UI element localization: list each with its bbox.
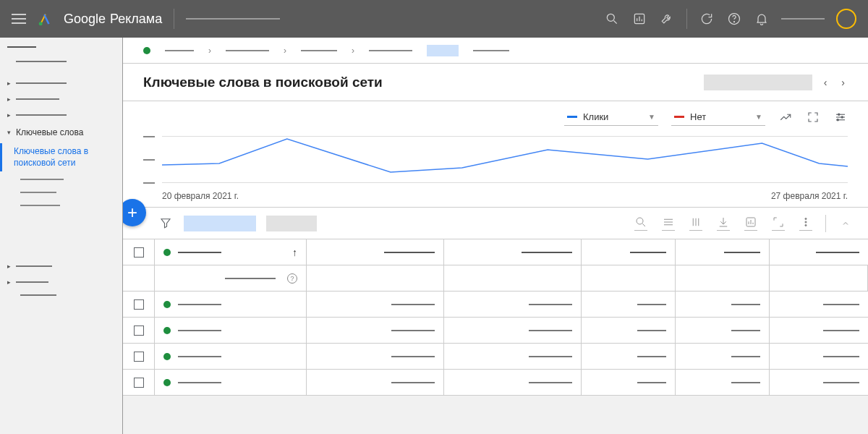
sidebar-item[interactable]: ▸ [0,260,122,273]
report-icon[interactable] [743,216,759,231]
chevron-right-icon: › [352,46,354,56]
help-icon[interactable]: ? [287,273,297,284]
status-dot-icon [163,379,171,386]
columns-icon[interactable] [688,216,704,231]
chevron-down-icon: ▼ [755,113,762,121]
page-header: Ключевые слова в поисковой сети ‹ › [123,64,868,101]
column-header[interactable] [444,239,582,265]
sidebar-item[interactable] [0,292,122,299]
avatar[interactable] [836,9,856,29]
keywords-table: ↑ ? [123,239,868,396]
metric-1-select[interactable]: Клики ▼ [564,109,658,126]
chart-date-end: 27 февраля 2021 г. [771,191,848,201]
column-header[interactable] [770,239,868,265]
chart-type-icon[interactable] [778,110,793,124]
table-row[interactable] [123,344,868,370]
menu-icon[interactable] [12,14,26,24]
filter-chip[interactable] [266,216,317,231]
row-checkbox[interactable] [134,352,144,362]
sidebar-item[interactable]: ▸ [0,276,122,289]
divider [686,9,687,29]
account-selector[interactable] [186,18,280,20]
brand-text: Google Реклама [64,12,162,27]
table-search-icon[interactable] [633,216,649,231]
table-row[interactable] [123,292,868,318]
svg-point-16 [637,218,643,224]
column-header[interactable] [676,239,770,265]
next-period-button[interactable]: › [838,77,848,88]
sidebar-item[interactable]: ▸ [0,93,122,106]
expand-icon[interactable] [806,110,820,124]
reports-icon[interactable] [631,11,647,27]
filter-icon[interactable] [159,216,174,231]
more-icon[interactable] [798,216,814,231]
help-icon[interactable] [726,11,742,27]
notifications-icon[interactable] [754,11,770,27]
svg-point-32 [805,224,807,226]
table-header-row: ↑ [123,239,868,265]
svg-point-30 [805,218,807,219]
divider [825,215,826,232]
breadcrumb-item[interactable] [473,50,509,51]
account-name[interactable] [781,18,825,20]
prev-period-button[interactable]: ‹ [821,77,830,88]
metric-2-select[interactable]: Нет ▼ [671,109,765,126]
select-all-checkbox[interactable] [134,247,144,258]
svg-point-8 [734,22,735,22]
breadcrumb-item[interactable] [226,50,269,51]
sidebar-item[interactable] [0,200,122,210]
app-header: Google Реклама [0,0,868,38]
divider [174,9,174,29]
breadcrumb-badge [427,45,459,56]
row-checkbox[interactable] [134,378,144,388]
status-dot-icon [163,327,171,334]
page-title: Ключевые слова в поисковой сети [143,75,695,90]
filter-chip[interactable] [184,216,256,231]
sidebar-item[interactable]: ▸ [0,77,122,90]
table-row[interactable] [123,370,868,396]
sidebar-item[interactable]: ▸ [0,109,122,122]
chevron-down-icon: ▼ [648,113,655,121]
sidebar-item-keywords[interactable]: ▾Ключевые слова [0,124,122,140]
sidebar-item-search-keywords[interactable]: Ключевые слова в поисковой сети [0,143,122,171]
date-range-picker[interactable] [704,75,812,90]
status-dot-icon [163,301,171,308]
chevron-right-icon: › [208,46,211,56]
tools-icon[interactable] [659,11,675,27]
chart-date-start: 20 февраля 2021 г. [162,191,239,201]
svg-line-17 [642,224,645,226]
svg-point-14 [837,119,838,121]
sidebar-label: Ключевые слова в поисковой сети [14,146,88,168]
download-icon[interactable] [715,216,731,231]
collapse-icon[interactable] [838,217,854,230]
column-header[interactable]: ↑ [155,239,307,265]
adjust-icon[interactable] [833,110,848,124]
sort-asc-icon: ↑ [292,247,297,258]
search-icon[interactable] [604,11,620,27]
brand-google: Google [64,12,106,27]
expand-table-icon[interactable] [770,216,786,231]
table-subheader-row: ? [123,265,868,292]
table-row[interactable] [123,318,868,344]
row-checkbox[interactable] [134,326,144,336]
row-checkbox[interactable] [134,299,144,310]
table-toolbar: + [123,208,868,239]
add-keyword-button[interactable]: + [123,199,146,226]
sidebar-item[interactable] [0,58,122,65]
column-header[interactable] [582,239,676,265]
breadcrumb-item[interactable] [165,50,194,51]
column-header[interactable] [307,239,444,265]
segment-icon[interactable] [660,216,676,231]
sidebar-item[interactable] [0,174,122,184]
svg-point-13 [841,116,843,118]
svg-marker-15 [161,218,170,227]
sidebar: ▸ ▸ ▸ ▾Ключевые слова Ключевые слова в п… [0,38,123,434]
breadcrumb-item[interactable] [301,50,337,51]
sidebar-item[interactable] [0,187,122,197]
breadcrumb-item[interactable] [369,50,412,51]
status-dot-icon [143,47,150,54]
metric-label: Нет [690,111,706,122]
svg-point-1 [607,14,614,21]
main-content: › › › Ключевые слова в поисковой сети ‹ … [123,38,868,434]
refresh-icon[interactable] [699,11,715,27]
